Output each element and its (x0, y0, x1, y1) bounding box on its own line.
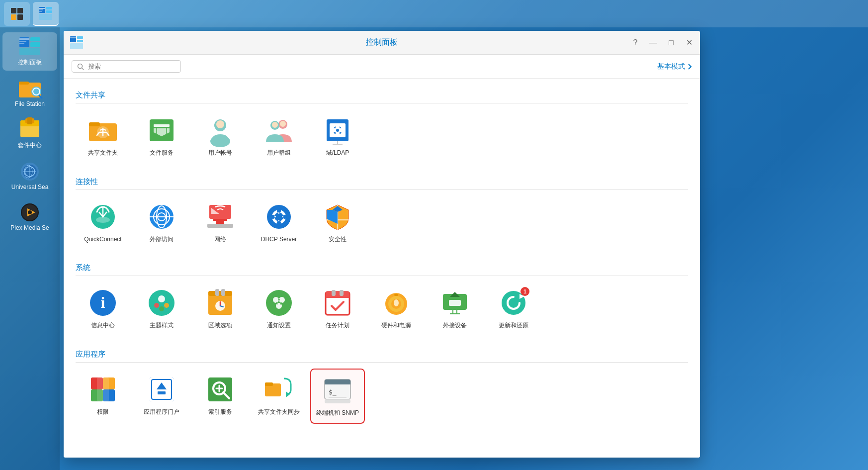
icon-label-task-plan: 任务计划 (326, 322, 349, 330)
icon-item-theme[interactable]: 主题样式 (134, 282, 189, 336)
svg-line-43 (82, 68, 84, 70)
svg-rect-158 (325, 399, 350, 403)
section-header-connectivity: 连接性 (76, 173, 688, 190)
svg-rect-37 (70, 36, 76, 42)
icon-img-file-service (147, 115, 176, 145)
icon-item-app-portal[interactable]: 应用程序门户 (134, 369, 189, 424)
svg-rect-14 (19, 43, 24, 44)
svg-rect-17 (19, 48, 40, 55)
icon-img-shared-sync (264, 375, 294, 404)
basic-mode-button[interactable]: 基本模式 (657, 62, 692, 71)
icon-label-app-portal: 应用程序门户 (144, 408, 179, 416)
svg-rect-7 (39, 11, 42, 12)
svg-point-36 (28, 210, 32, 214)
icon-img-info-center: i (88, 288, 118, 318)
icon-img-external-access (147, 202, 176, 232)
help-button[interactable]: ? (630, 38, 640, 48)
svg-text:$_: $_ (329, 388, 337, 396)
icon-item-user-group[interactable]: 用户群组 (252, 109, 306, 163)
minimize-button[interactable]: — (648, 38, 658, 48)
icon-item-external-device[interactable]: 外接设备 (428, 282, 482, 336)
svg-rect-144 (158, 391, 166, 394)
icon-item-dhcp[interactable]: DHCP Server (252, 196, 306, 250)
icon-item-permission[interactable]: 权限 (76, 369, 130, 424)
icon-item-regional[interactable]: 区域选项 (193, 282, 248, 336)
icon-grid-file-sharing: 共享文件夹 文件服务 (76, 109, 688, 163)
taskbar-app-grid[interactable] (4, 2, 30, 26)
icon-label-quickconnect: QuickConnect (84, 236, 121, 244)
icon-item-security[interactable]: 安全性 (310, 196, 365, 250)
maximize-button[interactable]: □ (666, 38, 676, 48)
taskbar (0, 0, 868, 27)
icon-item-shared-folder[interactable]: 共享文件夹 (76, 109, 130, 163)
icon-item-domain[interactable]: 域/LDAP (310, 109, 365, 163)
search-input[interactable] (88, 63, 168, 70)
search-box[interactable] (72, 60, 181, 73)
icon-item-quickconnect[interactable]: QuickConnect (76, 196, 130, 250)
icon-label-hardware-power: 硬件和电源 (381, 322, 411, 330)
svg-point-125 (394, 299, 399, 306)
icon-img-domain (323, 115, 352, 145)
icon-item-user-account[interactable]: 用户帐号 (193, 109, 248, 163)
icon-item-terminal-snmp[interactable]: $_ 终端机和 SNMP (310, 369, 365, 424)
svg-rect-26 (27, 117, 32, 124)
icon-img-security (323, 202, 352, 232)
window-controls: ? — □ ✕ (630, 38, 694, 48)
icon-img-user-group (264, 115, 294, 145)
close-button[interactable]: ✕ (684, 38, 694, 48)
icon-label-network: 网络 (214, 236, 226, 244)
icon-img-permission (88, 375, 118, 404)
icon-img-dhcp (264, 202, 294, 232)
icon-img-update-restore: 1 (499, 288, 528, 318)
icon-item-file-service[interactable]: 文件服务 (134, 109, 189, 163)
icon-label-terminal-snmp: 终端机和 SNMP (316, 409, 359, 417)
icon-grid-system: i 信息中心 主题样式 (76, 282, 688, 336)
icon-item-shared-sync[interactable]: 共享文件夹同步 (252, 369, 306, 424)
svg-rect-120 (332, 290, 336, 296)
svg-rect-50 (154, 124, 170, 127)
icon-label-theme: 主题样式 (150, 322, 174, 330)
icon-item-task-plan[interactable]: 任务计划 (310, 282, 365, 336)
svg-point-85 (277, 221, 281, 225)
svg-rect-40 (77, 40, 83, 42)
icon-img-regional (205, 288, 235, 318)
svg-rect-121 (340, 290, 344, 296)
window-titlebar: 控制面板 ? — □ ✕ (64, 31, 700, 55)
icon-label-security: 安全性 (329, 236, 347, 244)
sidebar-label-package-center: 套件中心 (18, 141, 42, 150)
sidebar-label-universal-search: Universal Sea (11, 184, 49, 190)
svg-point-101 (164, 303, 169, 308)
svg-marker-152 (286, 391, 290, 397)
icon-item-hardware-power[interactable]: 硬件和电源 (369, 282, 424, 336)
window-icon (70, 36, 84, 50)
svg-line-21 (39, 95, 42, 98)
control-panel-window: 控制面板 ? — □ ✕ 基本模式 文件共享 (64, 31, 700, 458)
icon-label-external-access: 外部访问 (150, 236, 174, 244)
sidebar-item-plex-media[interactable]: Plex Media Se (2, 197, 57, 235)
icon-item-notification[interactable]: 通知设置 (252, 282, 306, 336)
icon-item-network[interactable]: 网络 (193, 196, 248, 250)
window-title: 控制面板 (366, 37, 398, 48)
icon-img-notification (264, 288, 294, 318)
icon-item-index-service[interactable]: 索引服务 (193, 369, 248, 424)
svg-point-102 (159, 306, 164, 311)
taskbar-app-control-panel[interactable] (33, 2, 59, 26)
icon-item-update-restore[interactable]: 1 更新和还原 (486, 282, 541, 336)
icon-img-task-plan (323, 288, 352, 318)
sidebar-item-file-station[interactable]: File Station (2, 74, 57, 111)
svg-text:i: i (101, 293, 105, 311)
svg-rect-5 (39, 8, 45, 9)
svg-rect-105 (215, 289, 219, 296)
svg-rect-126 (394, 294, 398, 296)
svg-point-58 (280, 121, 286, 127)
svg-rect-12 (19, 38, 29, 40)
icon-label-regional: 区域选项 (208, 322, 232, 330)
sidebar-item-universal-search[interactable]: Universal Sea (2, 157, 57, 194)
sidebar-item-package-center[interactable]: 套件中心 (2, 114, 57, 154)
svg-rect-1 (17, 8, 23, 13)
icon-img-quickconnect (88, 202, 118, 232)
icon-item-info-center[interactable]: i 信息中心 (76, 282, 130, 336)
icon-item-external-access[interactable]: 外部访问 (134, 196, 189, 250)
svg-point-84 (277, 209, 281, 213)
sidebar-item-control-panel[interactable]: 控制面板 (2, 32, 57, 71)
